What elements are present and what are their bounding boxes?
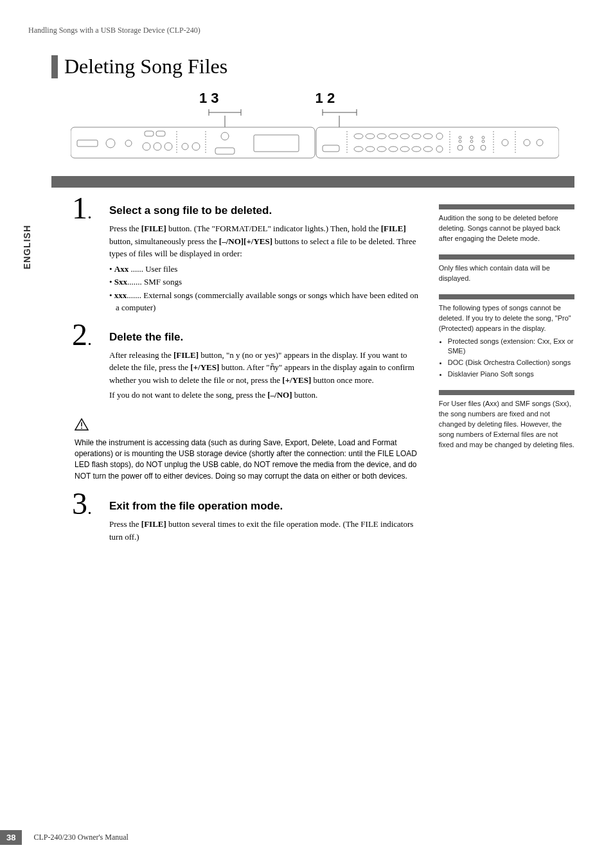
svg-point-50: [524, 139, 530, 146]
footer-manual-title: CLP-240/230 Owner's Manual: [33, 833, 128, 842]
svg-point-23: [377, 134, 386, 139]
tip-2: Only files which contain data will be di…: [439, 254, 574, 284]
svg-rect-7: [145, 131, 154, 136]
step-2: 2. Delete the file. After releasing the …: [109, 331, 420, 402]
filetype-axx: • Axx ...... User files: [109, 263, 420, 276]
marker-left: 1 3: [199, 90, 219, 107]
marker-right: 1 2: [315, 90, 335, 107]
caution-text: While the instrument is accessing data (…: [75, 438, 420, 483]
step-1-body: Press the [FILE] button. (The "FORMAT/DE…: [109, 222, 420, 314]
tip-4: For User files (Axx) and SMF songs (Sxx)…: [439, 390, 574, 450]
step-1-number: 1.: [72, 190, 92, 226]
svg-rect-19: [323, 145, 339, 152]
tip-bar: [439, 390, 574, 395]
step-3-body: Press the [FILE] button several times to…: [109, 518, 420, 543]
language-tab: ENGLISH: [22, 225, 32, 269]
step-1-title: Select a song file to be deleted.: [109, 204, 420, 217]
filetype-sxx: • Sxx....... SMF songs: [109, 276, 420, 288]
svg-point-32: [389, 146, 398, 152]
svg-point-33: [400, 146, 409, 152]
svg-point-29: [354, 146, 363, 152]
step-markers: 1 3 1 2: [199, 90, 574, 107]
svg-point-24: [389, 134, 398, 139]
title-row: Deleting Song Files: [51, 55, 574, 78]
step-3-title: Exit from the file operation mode.: [109, 500, 420, 513]
svg-rect-3: [316, 127, 559, 158]
page-footer: 38 CLP-240/230 Owner's Manual: [0, 830, 129, 845]
tip-1: Audition the song to be deleted before d…: [439, 204, 574, 244]
caution-block: While the instrument is accessing data (…: [75, 418, 420, 483]
svg-point-39: [469, 145, 474, 150]
svg-point-40: [481, 145, 486, 150]
tip-3-item-1: Protected songs (extension: Cxx, Exx or …: [448, 337, 574, 357]
tip-bar: [439, 294, 574, 299]
svg-point-35: [423, 146, 432, 152]
step-3: 3. Exit from the file operation mode. Pr…: [109, 500, 420, 543]
step-2-body: After releasing the [FILE] button, "n y …: [109, 349, 420, 402]
svg-point-34: [412, 146, 421, 152]
svg-point-42: [459, 140, 461, 143]
svg-point-6: [125, 140, 132, 146]
svg-point-11: [164, 143, 172, 150]
content-columns: 1. Select a song file to be deleted. Pre…: [77, 204, 574, 560]
svg-point-44: [470, 140, 473, 143]
svg-point-36: [436, 146, 443, 152]
svg-rect-2: [71, 127, 315, 158]
step-1: 1. Select a song file to be deleted. Pre…: [109, 204, 420, 314]
svg-point-22: [366, 134, 375, 139]
svg-point-51: [537, 139, 543, 146]
tip-3-list: Protected songs (extension: Cxx, Exx or …: [448, 337, 574, 380]
tip-1-text: Audition the song to be deleted before d…: [439, 213, 574, 244]
tip-bar: [439, 204, 574, 209]
side-column: Audition the song to be deleted before d…: [439, 204, 574, 461]
svg-point-38: [458, 145, 463, 150]
svg-point-41: [459, 136, 461, 139]
svg-point-28: [436, 133, 443, 139]
svg-point-13: [182, 143, 188, 150]
page-title: Deleting Song Files: [64, 55, 227, 78]
caution-icon: [75, 418, 89, 431]
svg-point-30: [366, 146, 375, 152]
tip-4-text: For User files (Axx) and SMF songs (Sxx)…: [439, 399, 574, 450]
svg-point-48: [502, 139, 508, 146]
svg-point-14: [192, 143, 200, 150]
svg-point-25: [400, 134, 409, 139]
svg-point-27: [423, 134, 432, 139]
svg-point-26: [412, 134, 421, 139]
svg-point-43: [470, 136, 473, 139]
tip-3: The following types of songs cannot be d…: [439, 294, 574, 380]
panel-diagram: [71, 109, 574, 163]
step-2-title: Delete the file.: [109, 331, 420, 344]
svg-point-45: [482, 136, 484, 139]
svg-point-5: [106, 139, 115, 148]
procedure-heading-bar: [51, 176, 574, 188]
tip-2-text: Only files which contain data will be di…: [439, 263, 574, 284]
svg-point-9: [143, 143, 150, 150]
svg-point-16: [221, 132, 229, 140]
page-container: Handling Songs with a USB Storage Device…: [0, 0, 613, 868]
keyboard-panel-svg: [71, 109, 559, 161]
file-type-list: • Axx ...... User files • Sxx....... SMF…: [109, 263, 420, 314]
page-number: 38: [0, 830, 22, 845]
svg-rect-8: [156, 131, 165, 136]
step-2-number: 2.: [72, 317, 92, 352]
svg-rect-18: [254, 135, 299, 152]
tip-3-item-3: Disklavier Piano Soft songs: [448, 369, 574, 380]
svg-point-10: [154, 143, 161, 150]
tip-3-item-2: DOC (Disk Orchestra Collection) songs: [448, 358, 574, 368]
title-accent-bar: [51, 55, 58, 78]
filetype-xxx: • xxx....... External songs (commerciall…: [109, 289, 420, 314]
tip-bar: [439, 254, 574, 260]
svg-point-21: [354, 134, 363, 139]
svg-rect-17: [215, 148, 235, 154]
svg-point-46: [482, 140, 484, 143]
main-column: 1. Select a song file to be deleted. Pre…: [77, 204, 420, 560]
svg-point-31: [377, 146, 386, 152]
step-3-number: 3.: [72, 486, 92, 521]
svg-rect-4: [77, 140, 98, 146]
svg-point-53: [81, 427, 82, 429]
tip-3-intro: The following types of songs cannot be d…: [439, 303, 574, 334]
running-head: Handling Songs with a USB Storage Device…: [28, 26, 574, 35]
